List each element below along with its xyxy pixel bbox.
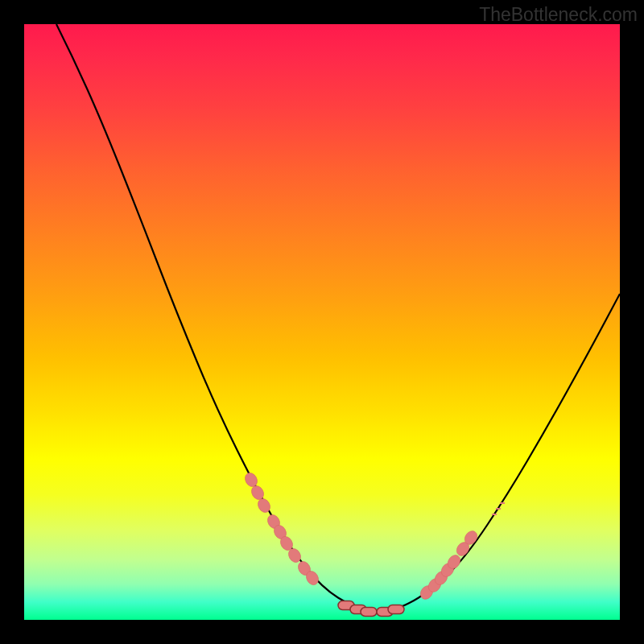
chart-svg — [24, 24, 620, 620]
right-tick-markers — [492, 503, 505, 514]
bottom-flat-markers — [338, 601, 404, 617]
bottleneck-curve — [56, 24, 620, 611]
left-cluster-markers — [242, 471, 320, 588]
marker-pill — [388, 605, 404, 614]
marker-pill — [361, 608, 377, 617]
right-cluster-markers — [418, 529, 480, 602]
plot-area — [24, 24, 620, 620]
watermark-text: TheBottleneck.com — [479, 4, 638, 26]
